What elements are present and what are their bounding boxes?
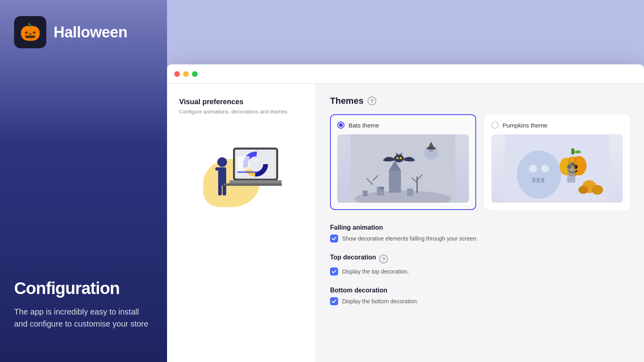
svg-rect-4 <box>218 183 222 195</box>
svg-rect-3 <box>220 167 226 171</box>
mac-window-buttons <box>174 71 198 77</box>
svg-point-32 <box>394 154 404 162</box>
svg-rect-29 <box>363 191 367 196</box>
themes-help-icon[interactable]: ? <box>367 97 376 105</box>
bottom-decoration-title: Bottom decoration <box>330 287 630 294</box>
bats-theme-label: Bats theme <box>349 122 379 129</box>
falling-animation-section: Falling animation Show decorative elemen… <box>330 224 630 243</box>
top-decoration-row: Display the top decoration. <box>330 267 630 276</box>
left-panel: Visual preferences Configure animations,… <box>167 84 316 362</box>
app-icon-emoji: 🎃 <box>20 24 41 41</box>
mac-titlebar <box>167 64 644 84</box>
bats-theme-card[interactable]: Bats theme <box>330 114 476 210</box>
bottom-decoration-section: Bottom decoration Display the bottom dec… <box>330 287 630 305</box>
app-icon: 🎃 <box>14 16 46 48</box>
themes-grid: Bats theme <box>330 114 630 210</box>
right-panel: Themes ? Bats theme <box>316 84 644 362</box>
app-title: Halloween <box>54 24 127 41</box>
top-decoration-title: Top decoration <box>330 254 376 261</box>
sidebar-bottom: Configuration The app is incredibly easy… <box>14 279 153 330</box>
falling-animation-label: Show decorative elements falling through… <box>342 235 478 242</box>
themes-title: Themes <box>330 96 363 106</box>
svg-rect-17 <box>389 171 401 193</box>
top-decoration-header: Top decoration ? <box>330 254 630 264</box>
bats-radio-button[interactable] <box>337 121 345 129</box>
svg-point-56 <box>592 185 603 195</box>
top-decoration-label: Display the top decoration. <box>342 268 409 275</box>
themes-header: Themes ? <box>330 96 630 106</box>
svg-rect-45 <box>532 178 535 183</box>
svg-rect-47 <box>541 178 544 183</box>
top-decoration-section: Top decoration ? Display the top decorat… <box>330 254 630 276</box>
bottom-decoration-row: Display the bottom decoration. <box>330 297 630 305</box>
bats-theme-image <box>337 134 469 203</box>
pumpkins-theme-image <box>491 134 623 203</box>
svg-rect-58 <box>567 167 575 183</box>
top-decoration-help-icon[interactable]: ? <box>379 255 388 263</box>
mac-window: Visual preferences Configure animations,… <box>167 64 644 362</box>
svg-rect-14 <box>237 156 250 170</box>
main-area: Visual preferences Configure animations,… <box>167 0 644 362</box>
window-content: Visual preferences Configure animations,… <box>167 84 644 362</box>
mac-maximize-button[interactable] <box>192 71 198 77</box>
pumpkins-scene <box>491 134 623 203</box>
svg-point-35 <box>396 157 398 159</box>
laptop-illustration <box>201 136 282 206</box>
svg-point-0 <box>217 157 227 167</box>
svg-rect-40 <box>427 148 436 149</box>
sidebar-description: The app is incredibly easy to install an… <box>14 306 153 330</box>
sidebar-main-title: Configuration <box>14 279 153 298</box>
svg-point-36 <box>400 157 402 159</box>
pumpkins-theme-label: Pumpkins theme <box>503 122 548 129</box>
svg-rect-46 <box>537 178 540 183</box>
svg-rect-12 <box>223 183 282 186</box>
mac-minimize-button[interactable] <box>183 71 189 77</box>
svg-point-31 <box>382 187 384 189</box>
svg-rect-48 <box>571 148 574 154</box>
svg-point-44 <box>541 165 549 173</box>
section-title: Visual preferences <box>179 98 303 106</box>
falling-animation-title: Falling animation <box>330 224 630 231</box>
svg-point-57 <box>578 186 588 194</box>
sidebar: 🎃 Halloween Configuration The app is inc… <box>0 0 167 362</box>
pumpkins-radio-button[interactable] <box>491 121 499 129</box>
bats-theme-header: Bats theme <box>337 121 469 129</box>
svg-rect-28 <box>407 189 413 196</box>
sidebar-header: 🎃 Halloween <box>0 0 167 60</box>
pumpkins-theme-header: Pumpkins theme <box>491 121 623 129</box>
falling-animation-checkbox[interactable] <box>330 234 338 243</box>
svg-point-30 <box>379 187 382 189</box>
illustration-container <box>179 127 303 215</box>
svg-point-43 <box>529 165 537 173</box>
top-decoration-checkbox[interactable] <box>330 267 338 276</box>
svg-point-42 <box>517 150 561 199</box>
bottom-decoration-checkbox[interactable] <box>330 297 338 305</box>
bats-scene <box>337 134 469 203</box>
section-subtitle: Configure animations, decorations and th… <box>179 109 303 115</box>
pumpkins-theme-card[interactable]: Pumpkins theme <box>484 114 630 210</box>
bottom-decoration-label: Display the bottom decoration. <box>342 298 418 304</box>
falling-animation-row: Show decorative elements falling through… <box>330 234 630 243</box>
mac-close-button[interactable] <box>174 71 180 77</box>
